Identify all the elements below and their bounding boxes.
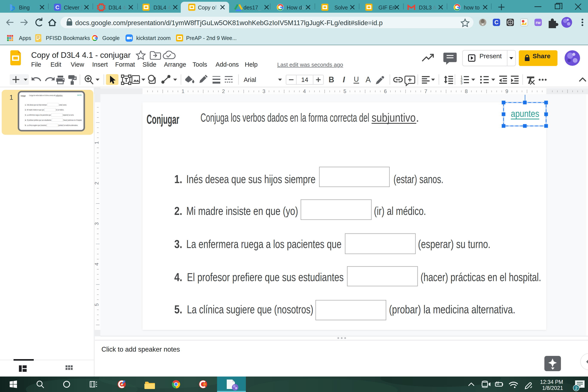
svg-text:A: A bbox=[366, 75, 371, 84]
svg-text:1: 1 bbox=[10, 94, 13, 101]
svg-text:U: U bbox=[354, 75, 359, 83]
svg-text:14: 14 bbox=[301, 76, 308, 83]
svg-text:1: 1 bbox=[182, 88, 184, 94]
svg-text:Arial: Arial bbox=[244, 76, 256, 83]
svg-text:4: 4 bbox=[94, 263, 100, 266]
svg-text:B: B bbox=[328, 75, 334, 84]
svg-text:C: C bbox=[494, 19, 498, 26]
svg-text:3: 3 bbox=[94, 222, 100, 225]
svg-text:4: 4 bbox=[303, 88, 306, 94]
svg-text:C: C bbox=[56, 4, 60, 10]
svg-text:12:34 PM: 12:34 PM bbox=[540, 379, 563, 385]
svg-text:5: 5 bbox=[344, 88, 346, 94]
svg-text:5: 5 bbox=[94, 303, 100, 306]
svg-text:1/8/2021: 1/8/2021 bbox=[542, 385, 563, 391]
svg-text:1: 1 bbox=[94, 142, 100, 144]
svg-text:I: I bbox=[343, 75, 345, 84]
svg-text:2: 2 bbox=[94, 182, 100, 184]
svg-text:3: 3 bbox=[262, 88, 265, 94]
svg-text:6: 6 bbox=[384, 88, 387, 94]
svg-text:3: 3 bbox=[460, 81, 462, 85]
svg-text:7: 7 bbox=[424, 88, 427, 94]
svg-text:2: 2 bbox=[222, 88, 225, 94]
svg-text:2: 2 bbox=[575, 386, 578, 390]
svg-text:rw: rw bbox=[536, 20, 541, 25]
svg-text:8: 8 bbox=[465, 88, 468, 94]
